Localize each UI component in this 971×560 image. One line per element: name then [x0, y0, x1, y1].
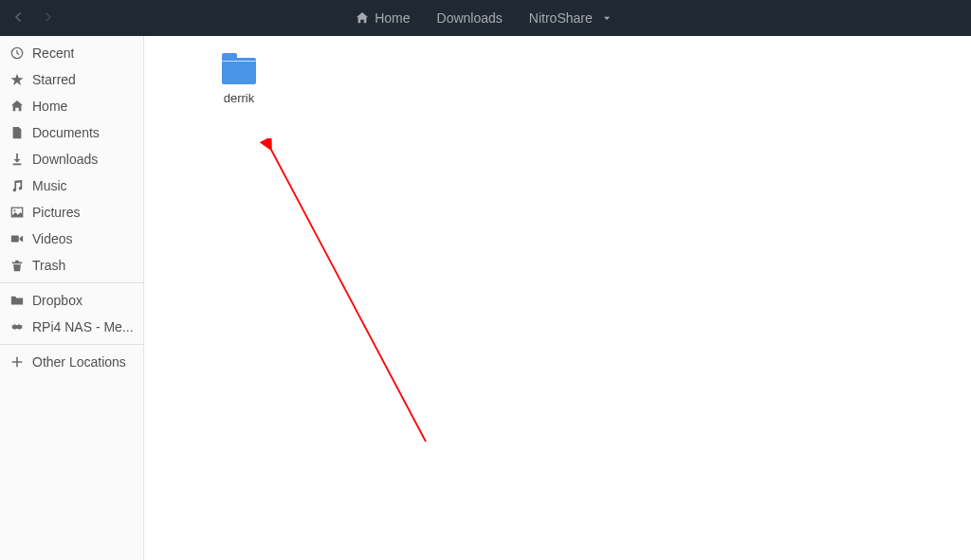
breadcrumb-bar: Home Downloads NitroShare	[53, 7, 914, 29]
sidebar-item-label: Videos	[32, 231, 73, 246]
video-icon	[9, 231, 25, 246]
sidebar-item-label: Home	[32, 99, 67, 114]
sidebar-item-label: Pictures	[32, 205, 81, 220]
recent-icon	[9, 45, 25, 61]
sidebar: Recent Starred Home Documents Downloads	[0, 36, 144, 560]
chevron-down-icon	[602, 13, 612, 23]
sidebar-item-label: Starred	[32, 72, 76, 87]
sidebar-item-downloads[interactable]: Downloads	[0, 146, 143, 172]
network-icon	[9, 319, 25, 334]
svg-rect-3	[11, 236, 19, 243]
sidebar-item-dropbox[interactable]: Dropbox	[0, 287, 143, 314]
breadcrumb-downloads[interactable]: Downloads	[424, 7, 516, 29]
sidebar-divider	[0, 344, 143, 345]
folder-item-derrik[interactable]: derrik	[192, 45, 286, 113]
sidebar-divider	[0, 282, 143, 283]
sidebar-item-label: Other Locations	[32, 354, 126, 370]
dropbox-icon	[9, 293, 25, 308]
sidebar-item-label: Dropbox	[32, 293, 82, 308]
sidebar-item-label: Downloads	[32, 152, 98, 167]
home-icon	[9, 99, 25, 114]
sidebar-item-music[interactable]: Music	[0, 172, 143, 199]
sidebar-item-label: RPi4 NAS - Me...	[32, 319, 134, 334]
plus-icon	[9, 354, 25, 370]
content-area[interactable]: derrik	[144, 36, 971, 560]
sidebar-item-starred[interactable]: Starred	[0, 66, 143, 93]
download-icon	[9, 152, 25, 167]
sidebar-item-videos[interactable]: Videos	[0, 226, 143, 252]
svg-point-2	[13, 209, 15, 211]
home-icon	[356, 11, 369, 25]
sidebar-item-pictures[interactable]: Pictures	[0, 199, 143, 226]
breadcrumb-home[interactable]: Home	[342, 7, 423, 29]
forward-button[interactable]	[42, 10, 53, 26]
sidebar-item-recent[interactable]: Recent	[0, 40, 143, 66]
music-icon	[9, 178, 25, 193]
sidebar-item-label: Music	[32, 178, 67, 193]
header-bar: Home Downloads NitroShare	[0, 0, 971, 36]
sidebar-item-other-locations[interactable]: Other Locations	[0, 349, 143, 375]
picture-icon	[9, 205, 25, 220]
document-icon	[9, 125, 25, 140]
back-button[interactable]	[13, 10, 25, 26]
svg-line-5	[271, 150, 426, 442]
breadcrumb-label: Downloads	[437, 10, 503, 26]
sidebar-item-label: Documents	[32, 125, 100, 140]
sidebar-item-nas[interactable]: RPi4 NAS - Me...	[0, 314, 143, 340]
folder-icon	[220, 53, 258, 85]
sidebar-item-documents[interactable]: Documents	[0, 119, 143, 146]
annotation-arrow	[260, 138, 449, 461]
sidebar-item-home[interactable]: Home	[0, 93, 143, 119]
sidebar-item-label: Trash	[32, 258, 65, 273]
breadcrumb-label: NitroShare	[529, 10, 593, 26]
main-container: Recent Starred Home Documents Downloads	[0, 36, 971, 560]
star-icon	[9, 72, 25, 87]
folder-name: derrik	[224, 91, 255, 105]
sidebar-item-trash[interactable]: Trash	[0, 252, 143, 279]
trash-icon	[9, 258, 25, 273]
nav-buttons	[0, 10, 53, 26]
sidebar-item-label: Recent	[32, 45, 74, 61]
breadcrumb-nitroshare[interactable]: NitroShare	[516, 7, 625, 29]
breadcrumb-label: Home	[375, 10, 410, 26]
